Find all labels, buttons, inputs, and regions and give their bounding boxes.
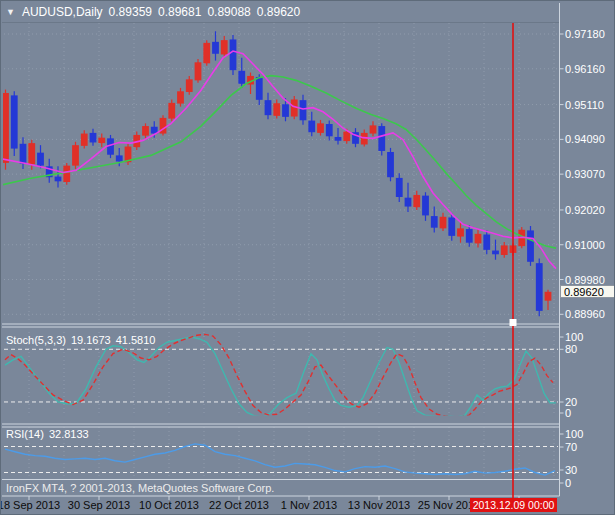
candle-body [142, 126, 149, 136]
candle-body [440, 217, 447, 229]
candle-body [20, 144, 27, 164]
candle-body [212, 42, 219, 54]
candle-body [370, 125, 377, 133]
candle-body [326, 124, 333, 136]
candle-body [81, 134, 88, 146]
stochastic-main-value: 19.1673 [71, 334, 111, 346]
stochastic-name: Stoch(5,3,3) [6, 334, 66, 346]
candle-body [168, 103, 175, 119]
stochastic-signal-value: 41.5810 [116, 334, 156, 346]
date-label: 22 Oct 2013 [199, 499, 279, 512]
candle-body [273, 103, 280, 116]
rsi-label: RSI(14)32.8133 [6, 428, 94, 441]
candle-body [545, 292, 552, 301]
candle-body [343, 132, 350, 142]
candle-body [396, 178, 403, 197]
candle-body [195, 62, 202, 80]
ohlc-high: 0.89681 [158, 5, 201, 19]
candle-body [221, 40, 228, 54]
candle-body [28, 143, 35, 164]
date-label: 1 Nov 2013 [269, 499, 349, 512]
rsi-scale-label: 0 [565, 477, 571, 489]
symbol-period-label: AUDUSD,Daily [22, 5, 103, 19]
price-label: 0.96160 [565, 63, 605, 75]
rsi-scale-label: 70 [565, 441, 577, 453]
mt4-chart-window: ▼AUDUSD,Daily0.893590.896810.890880.8962… [0, 0, 615, 515]
rsi-line [5, 444, 555, 475]
rsi-name: RSI(14) [6, 428, 44, 440]
candle-body [422, 196, 429, 216]
selected-date-box: 2013.12.09 00:00 [470, 498, 557, 512]
candle-body [11, 95, 18, 148]
candle-body [536, 263, 543, 311]
candle-body [300, 100, 307, 120]
ma-fast-line [1, 51, 556, 269]
rsi-value: 32.8133 [49, 428, 89, 440]
price-label: 0.91000 [565, 239, 605, 251]
candle-body [405, 198, 412, 207]
price-label: 0.93070 [565, 168, 605, 180]
candle-body [483, 235, 490, 250]
candle-body [413, 195, 420, 207]
price-label: 0.95110 [565, 99, 604, 111]
candle-body [431, 216, 438, 228]
candle-body [63, 166, 70, 182]
rsi-scale-label: 30 [565, 464, 577, 476]
candle-body [475, 234, 482, 244]
chart-dropdown-icon[interactable]: ▼ [6, 4, 15, 20]
candle-body [466, 229, 473, 243]
candle-body [203, 43, 210, 63]
price-label: 0.94090 [565, 133, 605, 145]
candle-body [457, 228, 464, 236]
date-label: 30 Sep 2013 [59, 499, 139, 512]
candle-body [177, 91, 184, 103]
candle-body [317, 123, 324, 133]
price-label: 0.97180 [565, 28, 605, 40]
price-label: 0.89980 [565, 274, 605, 286]
candle-body [335, 137, 342, 141]
price-label: 0.88960 [565, 308, 605, 320]
stoch-scale-label: 0 [565, 407, 571, 419]
candle-body [448, 217, 455, 235]
candle-body [256, 77, 263, 100]
candle-body [387, 152, 394, 177]
candle-body [492, 251, 499, 255]
date-label: 13 Nov 2013 [339, 499, 419, 512]
candle-body [2, 93, 9, 163]
ohlc-open: 0.89359 [109, 5, 152, 19]
current-price-box: 0.89620 [560, 285, 615, 298]
candle-body [186, 79, 193, 92]
chart-header: ▼AUDUSD,Daily0.893590.896810.890880.8962… [6, 4, 306, 20]
copyright-text: IronFX MT4, ? 2001-2013, MetaQuotes Soft… [6, 482, 274, 495]
ma-slow-line [1, 76, 556, 249]
candle-body [308, 121, 315, 133]
candle-body [527, 230, 534, 261]
candle-body [72, 145, 79, 165]
ohlc-low: 0.89088 [207, 5, 250, 19]
candle-body [282, 104, 289, 117]
candle-body [116, 155, 123, 161]
candle-body [265, 100, 272, 115]
candle-body [90, 133, 97, 143]
stoch-scale-label: 100 [565, 331, 583, 343]
main-panel [1, 23, 558, 323]
ohlc-close: 0.89620 [257, 5, 300, 19]
rsi-scale-label: 100 [565, 428, 583, 440]
candle-body [378, 126, 385, 151]
candle-body [238, 71, 245, 84]
candle-body [501, 245, 508, 255]
candle-body [37, 153, 44, 166]
vertical-line-handle[interactable] [510, 319, 517, 326]
candle-body [98, 138, 105, 143]
price-label: 0.92020 [565, 204, 605, 216]
candle-body [55, 177, 62, 182]
date-label: 10 Oct 2013 [129, 499, 209, 512]
stoch-scale-label: 80 [565, 343, 577, 355]
stochastic-label: Stoch(5,3,3)19.167341.5810 [6, 334, 160, 347]
candle-body [230, 39, 237, 70]
